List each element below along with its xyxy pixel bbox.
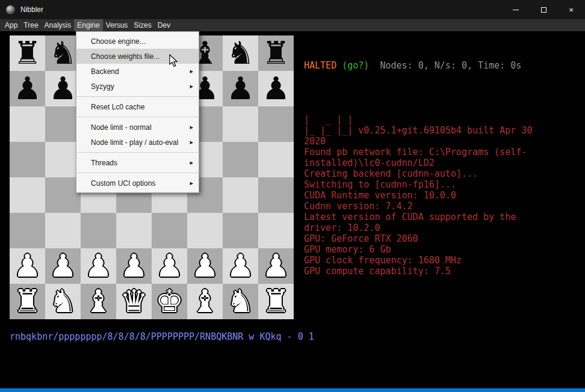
- board-square[interactable]: [10, 177, 45, 213]
- menubar-item-versus[interactable]: Versus: [103, 19, 131, 31]
- board-square[interactable]: ♞: [223, 35, 258, 71]
- menubar-item-sizes[interactable]: Sizes: [131, 19, 154, 31]
- menu-separator: [77, 117, 198, 117]
- board-square[interactable]: ♟: [223, 71, 258, 106]
- piece-white-king: ♚: [155, 284, 184, 319]
- piece-white-rook: ♜: [262, 284, 290, 319]
- board-square[interactable]: ♟: [258, 71, 294, 106]
- menu-item-label: Custom UCI options: [91, 179, 155, 188]
- engine-output-line: driver: 10.2.0: [304, 222, 581, 233]
- board-square[interactable]: ♜: [10, 284, 45, 319]
- taskbar-strip: [0, 388, 585, 392]
- piece-white-queen: ♛: [120, 284, 148, 319]
- board-square[interactable]: ♝: [81, 284, 116, 319]
- menu-item-choose-engine[interactable]: Choose engine...: [76, 34, 199, 49]
- piece-white-bishop: ♝: [84, 284, 113, 319]
- menu-separator: [77, 173, 198, 173]
- menu-item-label: Reset Lc0 cache: [91, 103, 144, 111]
- menubar-item-app[interactable]: App: [2, 19, 20, 31]
- engine-output-line: Switching to [cudnn-fp16]...: [304, 179, 581, 190]
- board-square[interactable]: [258, 213, 294, 248]
- piece-white-pawn: ♟: [49, 248, 77, 284]
- submenu-arrow-icon: ▸: [190, 67, 193, 75]
- window-title: Nibbler: [20, 5, 43, 14]
- menubar-item-dev[interactable]: Dev: [155, 19, 173, 31]
- status-line: HALTED (go?) Nodes: 0, N/s: 0, Time: 0s: [304, 60, 581, 71]
- status-halted: HALTED: [304, 60, 336, 71]
- menu-item-threads[interactable]: Threads▸: [76, 155, 199, 170]
- menu-item-label: Choose weights file...: [91, 52, 159, 61]
- board-square[interactable]: [116, 213, 152, 248]
- minimize-button[interactable]: [502, 0, 530, 19]
- menubar-item-engine[interactable]: Engine: [74, 19, 102, 31]
- menu-item-custom-uci-options[interactable]: Custom UCI options▸: [76, 176, 199, 191]
- board-square[interactable]: ♝: [187, 284, 223, 319]
- board-square[interactable]: ♟: [81, 248, 116, 284]
- board-square[interactable]: [223, 213, 258, 248]
- board-square[interactable]: ♜: [10, 35, 45, 71]
- board-square[interactable]: ♟: [45, 248, 81, 284]
- engine-output-line: GPU memory: 6 Gb: [304, 244, 581, 255]
- board-square[interactable]: ♜: [258, 35, 294, 71]
- board-square[interactable]: [10, 213, 45, 248]
- engine-console: HALTED (go?) Nodes: 0, N/s: 0, Time: 0s …: [304, 38, 581, 287]
- menu-item-choose-weights-file[interactable]: Choose weights file...: [76, 49, 199, 64]
- menu-item-node-limit-play-auto-eval[interactable]: Node limit - play / auto-eval▸: [76, 135, 199, 150]
- piece-white-knight: ♞: [49, 284, 77, 319]
- engine-output: | _ | ||_ |_ |_| v0.25.1+git.69105b4 bui…: [304, 93, 581, 277]
- board-square[interactable]: [258, 142, 294, 177]
- menubar-item-analysis[interactable]: Analysis: [42, 19, 75, 31]
- engine-output-line: | _ | |: [304, 114, 581, 125]
- piece-white-pawn: ♟: [191, 248, 219, 284]
- board-square[interactable]: [223, 177, 258, 213]
- close-icon: ×: [569, 5, 574, 14]
- board-square[interactable]: [223, 142, 258, 177]
- board-square[interactable]: ♟: [10, 248, 45, 284]
- board-square[interactable]: [258, 177, 294, 213]
- board-square[interactable]: ♛: [116, 284, 152, 319]
- board-square[interactable]: [10, 142, 45, 177]
- engine-output-line: Cudnn version: 7.4.2: [304, 201, 581, 212]
- board-square[interactable]: ♟: [10, 71, 45, 106]
- menu-item-label: Syzygy: [91, 82, 114, 91]
- status-stats: Nodes: 0, N/s: 0, Time: 0s: [369, 60, 521, 71]
- board-square[interactable]: [10, 106, 45, 142]
- menu-item-backend[interactable]: Backend▸: [76, 64, 199, 79]
- board-square[interactable]: [187, 213, 223, 248]
- menubar-item-tree[interactable]: Tree: [20, 19, 41, 31]
- maximize-button[interactable]: [530, 0, 557, 19]
- engine-output-line: 2020: [304, 136, 581, 147]
- board-square[interactable]: ♞: [223, 284, 258, 319]
- engine-output-line: installed)\lc0-cudnn/LD2: [304, 158, 581, 168]
- board-square[interactable]: ♟: [258, 248, 294, 284]
- menu-item-node-limit-normal[interactable]: Node limit - normal▸: [76, 120, 199, 135]
- menu-item-syzygy[interactable]: Syzygy▸: [76, 79, 199, 94]
- board-square[interactable]: [45, 213, 81, 248]
- menu-separator: [77, 96, 198, 97]
- engine-output-line: Found pb network file: C:\Programs (self…: [304, 147, 581, 158]
- piece-black-knight: ♞: [49, 35, 77, 71]
- piece-black-knight: ♞: [226, 35, 255, 71]
- menu-item-reset-lc0-cache[interactable]: Reset Lc0 cache: [76, 99, 199, 114]
- board-square[interactable]: [81, 213, 116, 248]
- board-square[interactable]: ♜: [258, 284, 294, 319]
- fen-box[interactable]: rnbqkbnr/pppppppp/8/8/8/8/PPPPPPPP/RNBQK…: [10, 331, 314, 342]
- submenu-arrow-icon: ▸: [190, 138, 193, 146]
- board-square[interactable]: [223, 106, 258, 142]
- window-controls: ×: [502, 0, 585, 19]
- board-square[interactable]: ♚: [152, 284, 187, 319]
- engine-output-line: GPU compute capability: 7.5: [304, 266, 581, 277]
- board-square[interactable]: ♟: [223, 248, 258, 284]
- board-square[interactable]: ♟: [187, 248, 223, 284]
- menu-item-label: Backend: [91, 67, 119, 76]
- piece-black-pawn: ♟: [13, 71, 42, 106]
- board-square[interactable]: ♞: [45, 284, 81, 319]
- engine-output-line: GPU clock frequency: 1680 MHz: [304, 255, 581, 266]
- board-square[interactable]: [258, 106, 294, 142]
- board-square[interactable]: ♟: [152, 248, 187, 284]
- piece-white-bishop: ♝: [191, 284, 219, 319]
- board-square[interactable]: [152, 213, 187, 248]
- board-square[interactable]: ♟: [116, 248, 152, 284]
- menubar: AppTreeAnalysisEngineVersusSizesDev: [0, 19, 585, 31]
- close-button[interactable]: ×: [557, 0, 585, 19]
